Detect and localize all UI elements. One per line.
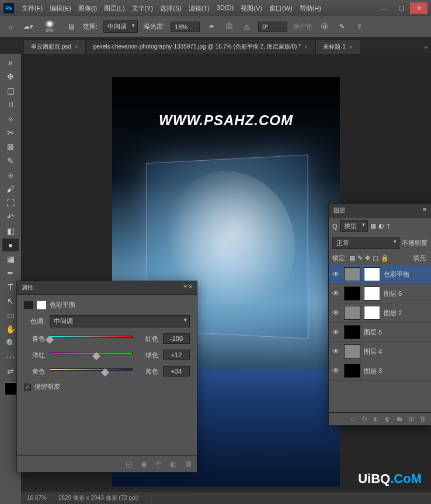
filter-adjust-icon[interactable]: ◐ <box>378 222 384 230</box>
share-icon[interactable]: ⇪ <box>353 21 365 33</box>
doc-tab-2[interactable]: 未标题-1× <box>315 39 360 54</box>
group-icon[interactable]: 🖿 <box>397 415 403 423</box>
panel-menu-icon[interactable]: ≡ <box>423 206 426 215</box>
slider-value-field[interactable]: +12 <box>163 350 190 360</box>
lock-paint-icon[interactable]: ✎ <box>357 254 363 262</box>
mask-add-icon[interactable]: ◐ <box>373 415 379 423</box>
tab-overflow-icon[interactable]: » <box>420 40 431 54</box>
menu-type[interactable]: 文字(Y) <box>129 2 157 15</box>
layer-thumbnail[interactable] <box>344 344 360 358</box>
menu-image[interactable]: 图像(I) <box>75 2 100 15</box>
menu-view[interactable]: 视图(V) <box>238 2 265 15</box>
crop-tool[interactable]: ✂ <box>2 126 19 139</box>
brush-panel-icon[interactable]: ▨ <box>65 21 77 33</box>
lock-artboard-icon[interactable]: ▢ <box>373 254 378 262</box>
move-tool[interactable]: ✥ <box>2 70 19 83</box>
tablet-pressure-icon[interactable]: Ⓖ <box>318 21 330 33</box>
layer-mask-thumbnail[interactable] <box>364 267 380 281</box>
layer-row[interactable]: 👁 图层 4 <box>329 342 431 361</box>
layer-thumbnail[interactable] <box>344 286 360 301</box>
layer-mask-thumbnail[interactable] <box>364 306 380 320</box>
dodge-tool[interactable]: ● <box>2 239 19 251</box>
layer-row[interactable]: 👁 色彩平衡 <box>329 265 431 284</box>
slider-value-field[interactable]: -100 <box>163 333 190 344</box>
lock-all-icon[interactable]: 🔒 <box>381 254 389 262</box>
brush-preview[interactable]: 250 <box>40 20 60 34</box>
lock-pos-icon[interactable]: ✥ <box>365 254 370 262</box>
search-icon[interactable]: Q <box>332 223 338 230</box>
doc-tab-0[interactable]: 串云阁彩页.psd× <box>23 39 86 54</box>
brush-tool[interactable]: 🖌 <box>2 182 19 195</box>
stamp-tool[interactable]: ⛶ <box>2 196 19 209</box>
sym-icon[interactable]: ✎ <box>336 21 347 33</box>
visibility-icon[interactable]: 👁 <box>332 289 340 298</box>
layer-row[interactable]: 👁 图层 6 <box>329 284 431 303</box>
layer-row[interactable]: 👁 图层 3 <box>329 361 431 381</box>
layer-mask-thumbnail[interactable] <box>364 286 380 301</box>
expand-icon[interactable]: » <box>2 56 19 69</box>
layer-name[interactable]: 图层 6 <box>384 289 402 298</box>
frame-tool[interactable]: ⊠ <box>2 140 19 153</box>
close-icon[interactable]: × <box>75 44 78 50</box>
menu-3d[interactable]: 3D(D) <box>214 2 237 15</box>
menu-layer[interactable]: 图层(L) <box>101 2 127 15</box>
layer-name[interactable]: 色彩平衡 <box>384 270 409 279</box>
blend-mode-dropdown[interactable]: 正常 <box>332 237 399 249</box>
slider-value-field[interactable]: +34 <box>163 366 190 377</box>
minimize-button[interactable]: — <box>375 2 392 14</box>
pen-tool[interactable]: ✒ <box>2 267 19 279</box>
eraser-tool[interactable]: ◧ <box>2 225 19 237</box>
angle-field[interactable]: 0° <box>258 22 287 32</box>
visibility-icon[interactable]: 👁 <box>332 367 340 375</box>
delete-icon[interactable]: 🗑 <box>185 460 192 468</box>
lasso-tool[interactable]: ⌑ <box>2 98 19 111</box>
eyedropper-tool[interactable]: ✎ <box>2 154 19 167</box>
close-button[interactable]: ✕ <box>410 2 427 14</box>
tool-preset-icon[interactable]: ☁▾ <box>22 21 34 33</box>
layer-thumbnail[interactable] <box>344 267 360 281</box>
preserve-luminosity-checkbox[interactable]: ✓ <box>24 384 31 391</box>
exposure-field[interactable]: 18% <box>171 22 200 32</box>
range-dropdown[interactable]: 中间调 <box>103 20 138 33</box>
slider-1[interactable] <box>50 352 133 358</box>
history-brush-tool[interactable]: ↶ <box>2 210 19 223</box>
toggle-vis-icon[interactable]: ◐ <box>170 460 176 468</box>
slider-2[interactable] <box>50 368 133 374</box>
home-icon[interactable]: ⌂ <box>5 21 16 33</box>
layer-name[interactable]: 图层 3 <box>364 367 382 375</box>
adjustment-add-icon[interactable]: ◐ <box>385 415 391 423</box>
pressure-icon[interactable]: Ⓒ <box>223 21 235 33</box>
marquee-tool[interactable]: ▢ <box>2 84 19 97</box>
layer-row[interactable]: 👁 图层 5 <box>329 323 431 342</box>
filter-pixel-icon[interactable]: ▦ <box>370 222 376 230</box>
filter-type-dropdown[interactable]: 类型 <box>340 220 368 232</box>
maximize-button[interactable]: ☐ <box>392 2 410 14</box>
link-icon[interactable]: ⬭ <box>351 415 356 423</box>
slider-0[interactable] <box>50 336 133 341</box>
layer-thumbnail[interactable] <box>344 306 360 320</box>
menu-help[interactable]: 帮助(H) <box>297 2 324 15</box>
zoom-level[interactable]: 16.67% <box>27 495 47 501</box>
doc-tab-1[interactable]: pexels-chevanon-photography-1335971.jpg … <box>86 39 315 54</box>
menu-edit[interactable]: 编辑(E) <box>47 2 74 15</box>
layer-name[interactable]: 图层 2 <box>384 309 402 317</box>
visibility-icon[interactable]: 👁 <box>332 328 340 336</box>
gradient-tool[interactable]: ▦ <box>2 253 19 265</box>
layer-name[interactable]: 图层 4 <box>364 347 382 356</box>
delete-layer-icon[interactable]: 🗑 <box>420 415 426 423</box>
close-icon[interactable]: × <box>304 44 308 50</box>
menu-filter[interactable]: 滤镜(T) <box>186 2 213 15</box>
reset-icon[interactable]: ↶ <box>155 460 162 468</box>
new-layer-icon[interactable]: ⊞ <box>409 415 414 423</box>
view-prev-icon[interactable]: ◉ <box>141 460 147 468</box>
fx-icon[interactable]: fx <box>362 415 367 423</box>
visibility-icon[interactable]: 👁 <box>332 347 340 355</box>
menu-window[interactable]: 窗口(W) <box>266 2 296 15</box>
visibility-icon[interactable]: 👁 <box>332 309 340 317</box>
foreground-color[interactable] <box>4 382 17 395</box>
layer-thumbnail[interactable] <box>344 364 360 378</box>
filter-type-icon[interactable]: T <box>387 223 391 230</box>
protect-tone-label[interactable]: 保护色 <box>293 22 312 31</box>
quick-select-tool[interactable]: ⟐ <box>2 112 19 125</box>
menu-select[interactable]: 选择(S) <box>157 2 185 15</box>
